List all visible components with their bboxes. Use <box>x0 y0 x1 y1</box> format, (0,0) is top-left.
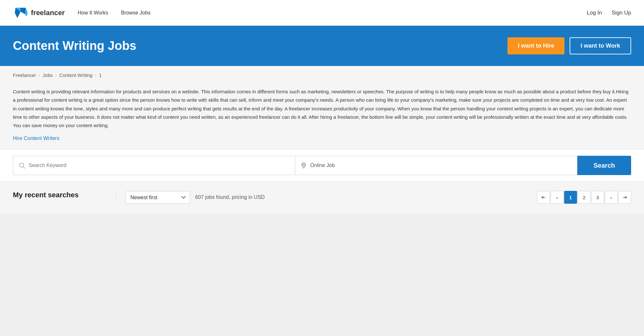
svg-point-6 <box>303 164 305 166</box>
breadcrumb-sep-1: › <box>39 73 40 78</box>
logo[interactable]: freelancer <box>13 5 65 21</box>
hero-buttons: I want to Hire I want to Work <box>507 37 631 54</box>
pagination-first[interactable]: ⇤ <box>537 191 550 204</box>
hero-title: Content Writing Jobs <box>13 39 137 53</box>
search-keyword-wrapper <box>13 156 295 175</box>
search-button[interactable]: Search <box>577 156 631 175</box>
pagination-next[interactable]: › <box>605 191 618 204</box>
description-text: Content writing is providing relevant in… <box>13 88 631 130</box>
pagination-page-3[interactable]: 3 <box>591 191 604 204</box>
pagination-page-1[interactable]: 1 <box>564 191 577 204</box>
pagination: ⇤ ‹ 1 2 3 › ⇥ <box>537 191 631 204</box>
log-in-button[interactable]: Log In <box>587 10 602 16</box>
navbar: freelancer How It Works Browse Jobs Log … <box>0 0 644 26</box>
navbar-right: Log In Sign Up <box>587 10 631 16</box>
results-header: Newest firstOldest firstLowest bidHighes… <box>126 191 631 204</box>
breadcrumb-sep-2: › <box>55 73 57 78</box>
svg-point-4 <box>20 163 24 167</box>
sidebar-title: My recent searches <box>13 191 106 199</box>
nav-browse-jobs[interactable]: Browse Jobs <box>121 10 151 16</box>
pagination-prev[interactable]: ‹ <box>551 191 564 204</box>
sign-up-button[interactable]: Sign Up <box>612 10 631 16</box>
breadcrumb-jobs[interactable]: Jobs <box>43 72 53 78</box>
main-content: Freelancer › Jobs › Content Writing › 1 … <box>0 66 644 213</box>
results-area: Newest firstOldest firstLowest bidHighes… <box>116 191 631 204</box>
breadcrumb-freelancer[interactable]: Freelancer <box>13 72 36 78</box>
i-want-to-work-button[interactable]: I want to Work <box>570 37 631 54</box>
breadcrumb-page: 1 <box>99 72 102 78</box>
pagination-last[interactable]: ⇥ <box>618 191 631 204</box>
bottom-section: My recent searches Newest firstOldest fi… <box>0 182 644 213</box>
freelancer-logo-icon <box>13 5 28 21</box>
sidebar-recent-searches: My recent searches <box>13 191 116 199</box>
nav-how-it-works[interactable]: How It Works <box>78 10 108 16</box>
svg-marker-2 <box>21 8 26 14</box>
pagination-page-2[interactable]: 2 <box>578 191 591 204</box>
logo-text: freelancer <box>31 9 65 17</box>
search-icon <box>18 162 25 169</box>
sort-and-count: Newest firstOldest firstLowest bidHighes… <box>126 191 265 204</box>
breadcrumb-content-writing[interactable]: Content Writing <box>59 72 92 78</box>
breadcrumb: Freelancer › Jobs › Content Writing › 1 <box>0 66 644 84</box>
breadcrumb-sep-3: › <box>95 73 96 78</box>
results-count: 607 jobs found, pricing in USD <box>195 194 265 200</box>
svg-line-5 <box>23 167 25 168</box>
hire-content-writers-link[interactable]: Hire Content Writers <box>13 135 60 141</box>
search-location-input[interactable] <box>310 163 572 168</box>
description-area: Content writing is providing relevant in… <box>0 84 644 149</box>
search-location-wrapper <box>295 156 577 175</box>
sort-select[interactable]: Newest firstOldest firstLowest bidHighes… <box>126 191 190 204</box>
search-bar: Search <box>0 149 644 182</box>
navbar-left: freelancer How It Works Browse Jobs <box>13 5 151 21</box>
hero-banner: Content Writing Jobs I want to Hire I wa… <box>0 26 644 66</box>
search-keyword-input[interactable] <box>29 163 290 168</box>
location-icon <box>300 162 307 169</box>
i-want-to-hire-button[interactable]: I want to Hire <box>507 37 564 54</box>
